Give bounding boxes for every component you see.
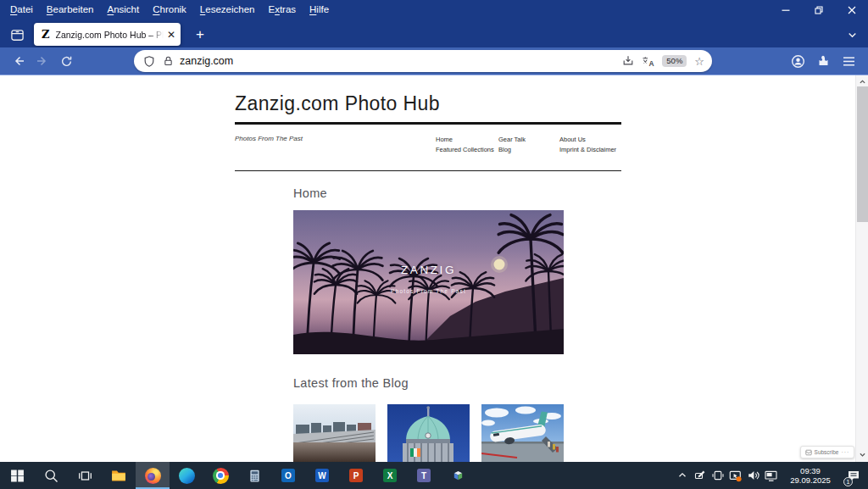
taskbar-start-icon[interactable] xyxy=(0,462,34,489)
browser-titlebar: DateiBearbeitenAnsichtChronikLesezeichen… xyxy=(0,0,868,47)
taskbar-chrome-icon[interactable] xyxy=(203,462,237,489)
notification-badge: 1 xyxy=(843,477,853,486)
restore-down-icon[interactable] xyxy=(802,0,835,20)
chevron-up-icon[interactable] xyxy=(673,462,691,489)
hero-illustration xyxy=(293,210,564,354)
subscribe-button[interactable]: Subscribe ··· xyxy=(800,446,854,458)
page-title: Zanzig.com Photo Hub xyxy=(235,92,440,115)
forward-icon[interactable] xyxy=(31,50,54,72)
new-tab-button[interactable]: + xyxy=(188,24,212,45)
taskbar-powerpoint-icon[interactable]: P xyxy=(339,462,373,489)
tab-title: Zanzig.com Photo Hub – Photos From The P… xyxy=(56,30,164,40)
bookmark-star-icon[interactable]: ☆ xyxy=(694,56,704,67)
taskbar-search-icon[interactable] xyxy=(34,462,68,489)
speaker-icon[interactable] xyxy=(744,462,762,489)
list-all-tabs-icon[interactable] xyxy=(842,25,862,44)
reload-icon[interactable] xyxy=(54,50,78,72)
menu-hilfe[interactable]: Hilfe xyxy=(303,3,336,16)
scrollbar-thumb[interactable] xyxy=(857,86,868,222)
pen-input-icon[interactable] xyxy=(691,462,709,489)
screen-notification-icon[interactable] xyxy=(726,462,744,489)
scroll-up-icon[interactable] xyxy=(856,75,868,87)
blog-heading: Latest from the Blog xyxy=(293,376,409,390)
taskbar-calculator-icon[interactable] xyxy=(237,462,271,489)
minimize-icon[interactable] xyxy=(769,0,802,20)
tab-close-icon[interactable]: ✕ xyxy=(167,30,175,40)
menu-ansicht[interactable]: Ansicht xyxy=(101,3,147,16)
page-viewport: Zanzig.com Photo Hub Photos From The Pas… xyxy=(0,75,868,462)
menu-extras[interactable]: Extras xyxy=(261,3,303,16)
url-text[interactable]: zanzig.com xyxy=(180,55,233,67)
taskbar: OWPXT 09:39 29.09.2025 1 xyxy=(0,462,868,489)
site-nav-imprint-disclaimer[interactable]: Imprint & Disclaimer xyxy=(559,145,616,155)
taskbar-apps: OWPXT xyxy=(0,462,475,489)
home-heading: Home xyxy=(293,186,327,200)
site-nav-about-us[interactable]: About Us xyxy=(559,135,616,145)
screen: DateiBearbeitenAnsichtChronikLesezeichen… xyxy=(0,0,868,489)
network-icon[interactable] xyxy=(762,462,780,489)
menu-chronik[interactable]: Chronik xyxy=(146,3,193,16)
blog-thumbnail-airplane-boarding[interactable] xyxy=(481,404,564,462)
site-nav-gear-talk[interactable]: Gear Talk xyxy=(498,135,526,145)
system-tray: 09:39 29.09.2025 1 xyxy=(673,462,868,489)
site-nav-featured-collections[interactable]: Featured Collections xyxy=(436,145,494,155)
close-icon[interactable] xyxy=(835,0,868,20)
header-divider xyxy=(235,122,621,125)
clock-time: 09:39 xyxy=(783,466,837,475)
page-scrollbar[interactable] xyxy=(855,75,868,462)
account-icon[interactable] xyxy=(785,50,810,72)
lock-icon[interactable] xyxy=(163,55,174,67)
navigation-toolbar: zanzig.com A 50% ☆ xyxy=(0,47,868,75)
translate-icon[interactable]: A xyxy=(642,56,654,67)
hero-title: ZANZIG xyxy=(293,264,564,276)
firefox-view-icon[interactable] xyxy=(8,25,26,44)
menu-bearbeiten[interactable]: Bearbeiten xyxy=(40,3,101,16)
site-nav-home[interactable]: Home xyxy=(436,135,494,145)
save-page-icon[interactable] xyxy=(622,55,634,67)
site-nav-blog[interactable]: Blog xyxy=(498,145,526,155)
taskbar-pinned-app-icon[interactable] xyxy=(441,462,475,489)
site-nav: HomeFeatured CollectionsGear TalkBlogAbo… xyxy=(235,135,621,164)
site-nav-column: HomeFeatured Collections xyxy=(436,135,494,155)
taskbar-firefox-icon[interactable] xyxy=(136,462,170,489)
taskbar-clock[interactable]: 09:39 29.09.2025 xyxy=(783,466,837,485)
menu-bar: DateiBearbeitenAnsichtChronikLesezeichen… xyxy=(3,0,336,18)
subscribe-more-icon[interactable]: ··· xyxy=(841,449,849,455)
shield-icon[interactable] xyxy=(143,55,155,68)
browser-tab[interactable]: Z Zanzig.com Photo Hub – Photos From The… xyxy=(34,23,181,46)
taskbar-task-view-icon[interactable] xyxy=(68,462,102,489)
site-nav-column: Gear TalkBlog xyxy=(498,135,526,155)
site-nav-column: About UsImprint & Disclaimer xyxy=(559,135,616,155)
clock-date: 29.09.2025 xyxy=(783,475,837,485)
back-icon[interactable] xyxy=(7,50,31,72)
blog-thumbnail-city-rooftop[interactable] xyxy=(293,404,376,462)
taskbar-teams-icon[interactable]: T xyxy=(407,462,441,489)
tab-favicon: Z xyxy=(42,29,50,40)
zoom-level-chip[interactable]: 50% xyxy=(662,55,687,67)
extensions-puzzle-icon[interactable] xyxy=(810,50,836,72)
window-controls xyxy=(769,0,868,20)
blog-thumbnails xyxy=(293,404,564,462)
subscribe-icon xyxy=(805,449,812,456)
menu-datei[interactable]: Datei xyxy=(3,3,40,16)
taskbar-file-explorer-icon[interactable] xyxy=(102,462,136,489)
taskbar-excel-icon[interactable]: X xyxy=(373,462,407,489)
svg-text:A: A xyxy=(649,58,654,66)
scroll-down-icon[interactable] xyxy=(856,448,868,460)
page-content: Zanzig.com Photo Hub Photos From The Pas… xyxy=(235,75,621,462)
taskbar-word-icon[interactable]: W xyxy=(305,462,339,489)
rotation-icon[interactable] xyxy=(709,462,726,489)
taskbar-outlook-icon[interactable]: O xyxy=(271,462,305,489)
blog-thumbnail-dome-building[interactable] xyxy=(387,404,470,462)
hero-image: ZANZIG Photos From The Past xyxy=(293,210,564,354)
hero-subtitle: Photos From The Past xyxy=(293,288,564,294)
menu-hamburger-icon[interactable] xyxy=(836,50,861,72)
taskbar-edge-icon[interactable] xyxy=(170,462,203,489)
url-bar[interactable]: zanzig.com A 50% ☆ xyxy=(134,50,712,72)
subscribe-label: Subscribe xyxy=(815,449,839,455)
menu-lesezeichen[interactable]: Lesezeichen xyxy=(193,3,262,16)
nav-divider xyxy=(235,170,621,171)
action-center-icon[interactable]: 1 xyxy=(841,462,866,489)
